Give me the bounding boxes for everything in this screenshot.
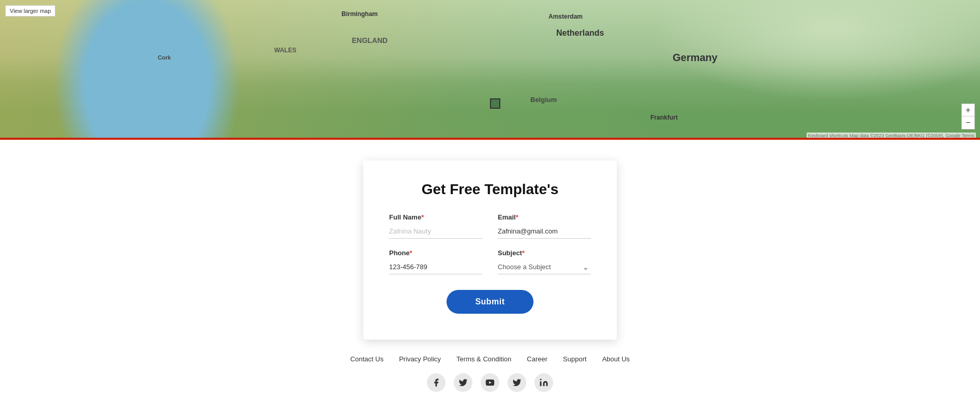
footer-social [0, 373, 980, 392]
zoom-out-button[interactable]: − [962, 116, 974, 129]
submit-row: Submit [389, 290, 591, 314]
full-name-label: Full Name* [389, 213, 482, 221]
form-card: Get Free Template's Full Name* Email* [363, 160, 617, 340]
email-group: Email* [498, 213, 591, 239]
phone-input[interactable] [389, 260, 482, 274]
footer-nav: Contact Us Privacy Policy Terms & Condit… [0, 355, 980, 363]
zoom-in-button[interactable]: + [962, 104, 974, 116]
social-youtube-icon[interactable] [481, 373, 499, 392]
map-zoom-controls: + − [961, 104, 975, 129]
map-section: ENGLAND WALES Netherlands Germany Belgiu… [0, 0, 980, 140]
subject-label: Subject* [498, 249, 591, 257]
footer-link-terms[interactable]: Terms & Condition [456, 355, 511, 363]
social-facebook-icon[interactable] [427, 373, 446, 392]
content-section: Get Free Template's Full Name* Email* [0, 140, 980, 395]
map-marker [490, 98, 500, 109]
subject-group: Subject* Choose a Subject General Inquir… [498, 249, 591, 274]
email-input[interactable] [498, 224, 591, 239]
footer-link-about[interactable]: About Us [602, 355, 630, 363]
footer-link-contact[interactable]: Contact Us [350, 355, 383, 363]
social-twitter-icon[interactable] [454, 373, 472, 392]
subject-wrapper: Choose a Subject General Inquiry Support… [498, 260, 591, 274]
phone-group: Phone* [389, 249, 482, 274]
svg-point-2 [540, 379, 542, 381]
svg-rect-1 [540, 382, 542, 386]
map-overlay [0, 0, 980, 140]
full-name-group: Full Name* [389, 213, 482, 239]
form-row-1: Full Name* Email* [389, 213, 591, 239]
social-twitter2-icon[interactable] [508, 373, 526, 392]
submit-button[interactable]: Submit [447, 290, 533, 314]
view-larger-map-button[interactable]: View larger map [5, 5, 55, 17]
map-background: ENGLAND WALES Netherlands Germany Belgiu… [0, 0, 980, 140]
footer-link-privacy[interactable]: Privacy Policy [399, 355, 441, 363]
social-linkedin-icon[interactable] [534, 373, 553, 392]
form-row-2: Phone* Subject* Choose a Subject General… [389, 249, 591, 274]
footer-link-career[interactable]: Career [527, 355, 547, 363]
form-section: Get Free Template's Full Name* Email* [0, 160, 980, 340]
phone-label: Phone* [389, 249, 482, 257]
email-label: Email* [498, 213, 591, 221]
footer: Contact Us Privacy Policy Terms & Condit… [0, 340, 980, 395]
subject-select[interactable]: Choose a Subject General Inquiry Support… [498, 260, 591, 274]
form-title: Get Free Template's [389, 181, 591, 198]
full-name-input[interactable] [389, 224, 482, 239]
red-divider [0, 138, 980, 140]
footer-link-support[interactable]: Support [563, 355, 587, 363]
